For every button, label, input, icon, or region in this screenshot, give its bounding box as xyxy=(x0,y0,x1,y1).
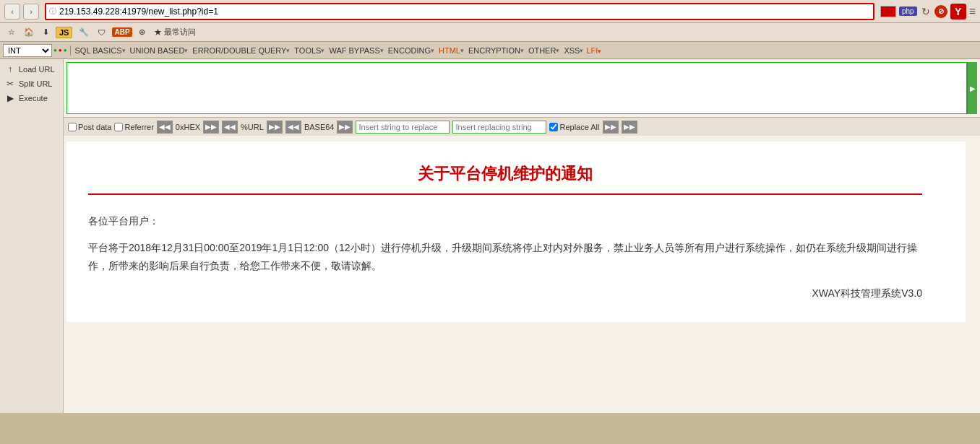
execute-icon: ▶ xyxy=(4,93,16,103)
flag-icon xyxy=(880,6,896,17)
injection-type-select[interactable]: INT STRING xyxy=(3,44,52,57)
bookmark-extensions[interactable]: 🔧 xyxy=(77,27,91,38)
encoding-menu[interactable]: ENCODING▾ xyxy=(387,46,436,55)
execute-button[interactable]: ▶ Execute xyxy=(0,91,63,105)
split-url-label: Split URL xyxy=(19,79,52,88)
forward-button[interactable]: › xyxy=(23,4,39,19)
error-double-menu[interactable]: ERROR/DOUBLE QUERY▾ xyxy=(191,46,291,55)
post-data-checkbox[interactable] xyxy=(68,123,77,131)
bookmark-shield[interactable]: 🛡 xyxy=(95,27,108,38)
expand-button[interactable]: ▶ xyxy=(967,62,977,114)
waf-bypass-menu[interactable]: WAF BYPASS▾ xyxy=(327,46,384,55)
hex-right-arrow[interactable]: ▶▶ xyxy=(203,121,219,134)
php-badge: php xyxy=(899,6,917,16)
right-panel: ▶ Post data Referrer ◀◀ 0xHEX ▶▶ ◀◀ %URL… xyxy=(64,59,980,413)
base64-left-arrow[interactable]: ◀◀ xyxy=(285,121,301,134)
replacing-string-input[interactable] xyxy=(452,121,546,134)
page-wrapper: 关于平台停机维护的通知 各位平台用户： 平台将于2018年12月31日00:00… xyxy=(64,136,980,413)
union-based-menu[interactable]: UNION BASED▾ xyxy=(129,46,190,55)
base64-right-arrow[interactable]: ▶▶ xyxy=(337,121,353,134)
replace-all-checkbox-wrap[interactable]: Replace All xyxy=(549,123,599,131)
referrer-label: Referrer xyxy=(124,123,153,131)
address-input[interactable] xyxy=(59,6,870,17)
load-url-button[interactable]: ↑ Load URL xyxy=(0,62,63,77)
url-textarea-row: ▶ xyxy=(64,59,980,117)
status-dot-red: ● xyxy=(59,47,62,53)
html-menu[interactable]: HTML▾ xyxy=(437,46,465,55)
page-title: 关于平台停机维护的通知 xyxy=(88,163,922,185)
base64-label: BASE64 xyxy=(304,123,335,131)
page-greeting: 各位平台用户： xyxy=(88,212,922,230)
encryption-menu[interactable]: ENCRYPTION▾ xyxy=(467,46,525,55)
replace-all-label: Replace All xyxy=(559,123,599,131)
split-url-icon: ✂ xyxy=(4,79,16,89)
status-dot-green: ● xyxy=(53,47,57,53)
post-data-checkbox-wrap[interactable]: Post data xyxy=(68,123,111,131)
bookmark-most-visited[interactable]: ★ 最常访问 xyxy=(152,26,198,38)
replace-right-arrow[interactable]: ▶▶ xyxy=(603,121,619,134)
percent-url-label: %URL xyxy=(241,123,264,131)
referrer-checkbox[interactable] xyxy=(114,123,123,131)
controls-row: Post data Referrer ◀◀ 0xHEX ▶▶ ◀◀ %URL ▶… xyxy=(64,117,980,136)
url-textarea[interactable] xyxy=(66,62,967,114)
replace-all-checkbox[interactable] xyxy=(549,123,558,131)
lfi-menu[interactable]: LFI▾ xyxy=(586,46,601,55)
toolbar-sep-1 xyxy=(70,45,71,56)
string-to-replace-input[interactable] xyxy=(356,121,450,134)
page-body: 平台将于2018年12月31日00:00至2019年1月1日12:00（12小时… xyxy=(88,239,922,275)
bookmark-down[interactable]: ⬇ xyxy=(40,27,51,38)
bookmarks-bar: ☆ 🏠 ⬇ JS 🔧 🛡 ABP ⊕ ★ 最常访问 xyxy=(0,23,980,42)
hex-label: 0xHEX xyxy=(176,123,200,131)
inner-page: 关于平台停机维护的通知 各位平台用户： 平台将于2018年12月31日00:00… xyxy=(66,142,966,322)
hex-left-arrow[interactable]: ◀◀ xyxy=(157,121,173,134)
back-button[interactable]: ‹ xyxy=(4,4,20,19)
plugin-toolbar: INT STRING ● ● ● SQL BASICS▾ UNION BASED… xyxy=(0,42,980,59)
bookmark-abp[interactable]: ABP xyxy=(112,27,132,37)
bookmark-extra[interactable]: ⊕ xyxy=(137,27,147,38)
status-dot-green2: ● xyxy=(64,47,67,53)
execute-label: Execute xyxy=(19,94,48,103)
reload-button[interactable]: ↻ xyxy=(920,4,932,19)
load-url-icon: ↑ xyxy=(4,64,16,74)
post-data-label: Post data xyxy=(78,123,111,131)
load-url-label: Load URL xyxy=(19,65,55,74)
left-panel: ↑ Load URL ✂ Split URL ▶ Execute xyxy=(0,59,64,413)
sql-basics-menu[interactable]: SQL BASICS▾ xyxy=(74,46,127,55)
url-left-arrow[interactable]: ◀◀ xyxy=(222,121,238,134)
js-button[interactable]: JS xyxy=(56,27,72,38)
tools-menu[interactable]: TOOLS▾ xyxy=(293,46,326,55)
lock-icon: ⓘ xyxy=(49,6,56,17)
address-bar-container: ⓘ xyxy=(45,3,874,20)
menu-button[interactable]: ≡ xyxy=(969,5,976,18)
bookmark-home[interactable]: 🏠 xyxy=(22,27,36,38)
xss-menu[interactable]: XSS▾ xyxy=(562,46,585,55)
bookmark-star[interactable]: ☆ xyxy=(6,27,17,38)
nav-bar: ‹ › ⓘ php ↻ ⊘ Y ≡ xyxy=(0,0,980,23)
split-url-button[interactable]: ✂ Split URL xyxy=(0,77,63,91)
url-right-arrow[interactable]: ▶▶ xyxy=(267,121,283,134)
block-icon: ⊘ xyxy=(934,5,947,18)
nav-right-controls: php ↻ ⊘ Y ≡ xyxy=(880,4,976,19)
main-area: ↑ Load URL ✂ Split URL ▶ Execute ▶ xyxy=(0,59,980,413)
browser-window: ‹ › ⓘ php ↻ ⊘ Y ≡ ☆ 🏠 ⬇ JS 🔧 🛡 ABP xyxy=(0,0,980,444)
page-signature: XWAY科技管理系统V3.0 xyxy=(88,287,922,300)
other-menu[interactable]: OTHER▾ xyxy=(527,46,562,55)
referrer-checkbox-wrap[interactable]: Referrer xyxy=(114,123,153,131)
y-logo: Y xyxy=(950,4,966,19)
replace-right-arrow2[interactable]: ▶▶ xyxy=(622,121,637,134)
page-divider xyxy=(88,193,922,195)
